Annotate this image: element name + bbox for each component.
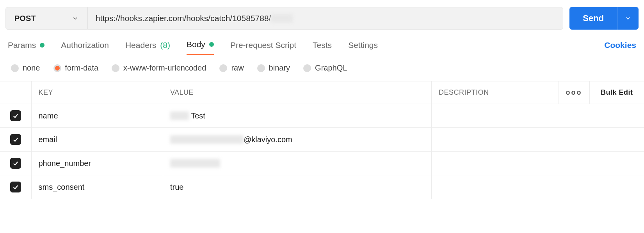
radio-icon — [257, 64, 265, 72]
row-checkbox[interactable] — [10, 110, 21, 121]
row-checkbox-cell — [0, 152, 31, 175]
tab-body-label: Body — [187, 40, 205, 49]
chevron-down-icon — [72, 15, 79, 22]
row-checkbox[interactable] — [10, 134, 21, 145]
row-key-cell[interactable]: email — [31, 128, 163, 152]
url-input-wrapper[interactable]: https://hooks.zapier.com/hooks/catch/105… — [88, 14, 563, 23]
url-redacted-segment: xxxxx — [271, 14, 293, 23]
tab-prerequest-label: Pre-request Script — [230, 41, 296, 50]
body-type-formdata-label: form-data — [65, 64, 99, 72]
body-type-formdata[interactable]: form-data — [53, 64, 99, 72]
send-button[interactable]: Send — [569, 7, 617, 30]
body-type-none[interactable]: none — [11, 64, 40, 72]
tab-params[interactable]: Params — [8, 41, 44, 55]
request-bar: POST https://hooks.zapier.com/hooks/catc… — [5, 7, 639, 30]
row-value-text: @klaviyo.com — [244, 135, 292, 144]
column-header-key: KEY — [31, 81, 163, 104]
row-value-cell[interactable]: true — [163, 175, 431, 199]
body-type-graphql-label: GraphQL — [315, 64, 347, 72]
row-key-cell[interactable]: name — [31, 104, 163, 128]
row-value-cell[interactable]: xxxxxxxxxxxxxxxxxx@klaviyo.com — [163, 128, 431, 152]
tab-headers[interactable]: Headers (8) — [125, 41, 170, 55]
tab-tests-label: Tests — [313, 41, 332, 50]
body-type-selector: none form-data x-www-form-urlencoded raw… — [5, 55, 639, 79]
request-tabs: Params Authorization Headers (8) Body Pr… — [5, 30, 639, 55]
row-checkbox-cell — [0, 128, 31, 152]
tab-tests[interactable]: Tests — [313, 41, 332, 55]
tab-authorization-label: Authorization — [61, 41, 109, 50]
radio-icon — [303, 64, 311, 72]
body-type-binary-label: binary — [269, 64, 290, 72]
radio-icon — [53, 64, 61, 72]
column-options-button[interactable]: ooo — [559, 81, 589, 104]
tab-authorization[interactable]: Authorization — [61, 41, 109, 55]
redacted-value: xxxxxxxxxxxxxxxxxx — [170, 135, 244, 144]
table-row: sms_consenttrue — [0, 175, 644, 199]
body-type-binary[interactable]: binary — [257, 64, 290, 72]
tab-prerequest[interactable]: Pre-request Script — [230, 41, 296, 55]
row-description-cell[interactable] — [431, 104, 644, 128]
http-method-select[interactable]: POST — [6, 7, 88, 29]
row-checkbox[interactable] — [10, 182, 21, 192]
body-type-raw[interactable]: raw — [219, 64, 244, 72]
status-dot-icon — [209, 42, 214, 47]
tab-headers-count: (8) — [160, 41, 170, 50]
radio-icon — [219, 64, 227, 72]
row-key-cell[interactable]: sms_consent — [31, 175, 163, 199]
body-type-urlencoded[interactable]: x-www-form-urlencoded — [112, 64, 206, 72]
more-icon: ooo — [566, 88, 582, 96]
tab-headers-label: Headers — [125, 41, 156, 50]
tab-params-label: Params — [8, 41, 36, 50]
method-url-group: POST https://hooks.zapier.com/hooks/catc… — [5, 7, 563, 30]
tab-settings[interactable]: Settings — [348, 41, 378, 55]
row-value-text: true — [170, 183, 183, 191]
row-checkbox-cell — [0, 175, 31, 199]
form-data-table: KEY VALUE DESCRIPTION ooo Bulk Edit name… — [0, 81, 644, 199]
table-row: namexxxx Test — [0, 104, 644, 128]
table-row: emailxxxxxxxxxxxxxxxxxx@klaviyo.com — [0, 128, 644, 152]
column-header-check — [0, 81, 31, 104]
body-type-urlencoded-label: x-www-form-urlencoded — [123, 64, 206, 72]
check-icon — [12, 136, 19, 143]
http-method-label: POST — [14, 14, 36, 23]
row-key-cell[interactable]: phone_number — [31, 152, 163, 175]
radio-icon — [11, 64, 19, 72]
body-type-graphql[interactable]: GraphQL — [303, 64, 347, 72]
url-input-text: https://hooks.zapier.com/hooks/catch/105… — [96, 14, 271, 23]
radio-icon — [112, 64, 119, 72]
tab-body[interactable]: Body — [187, 40, 214, 55]
body-type-raw-label: raw — [231, 64, 244, 72]
body-type-none-label: none — [23, 64, 40, 72]
row-value-text: Test — [189, 111, 205, 120]
check-icon — [12, 184, 19, 191]
check-icon — [12, 112, 19, 119]
row-value-cell[interactable]: xxxx Test — [163, 104, 431, 128]
column-header-description: DESCRIPTION — [431, 81, 559, 104]
row-description-cell[interactable] — [431, 175, 644, 199]
check-icon — [12, 160, 19, 167]
row-description-cell[interactable] — [431, 152, 644, 175]
redacted-value: xxxx — [170, 111, 189, 120]
row-value-cell[interactable]: xxxxxxxxxxxx — [163, 152, 431, 175]
send-dropdown-button[interactable] — [617, 7, 639, 30]
tab-settings-label: Settings — [348, 41, 378, 50]
redacted-value: xxxxxxxxxxxx — [170, 159, 220, 168]
row-checkbox-cell — [0, 104, 31, 128]
cookies-link[interactable]: Cookies — [604, 41, 636, 55]
chevron-down-icon — [624, 15, 632, 22]
column-header-value: VALUE — [163, 81, 431, 104]
status-dot-icon — [40, 43, 44, 48]
row-description-cell[interactable] — [431, 128, 644, 152]
bulk-edit-button[interactable]: Bulk Edit — [589, 81, 644, 104]
table-row: phone_numberxxxxxxxxxxxx — [0, 152, 644, 175]
row-checkbox[interactable] — [10, 158, 21, 169]
send-button-group: Send — [569, 7, 639, 30]
